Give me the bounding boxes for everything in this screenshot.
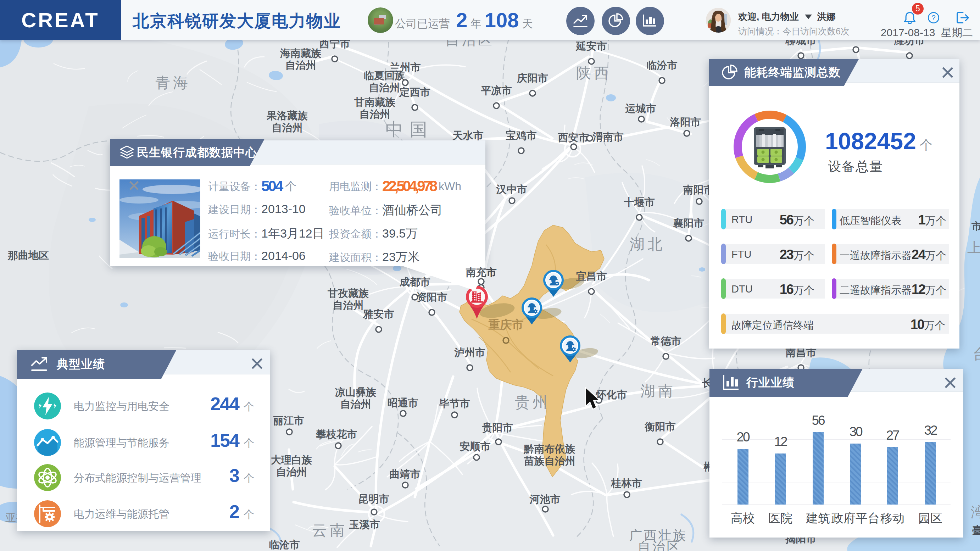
svg-text:自治州: 自治州 [272, 122, 303, 133]
svg-text:宝鸡市: 宝鸡市 [506, 130, 537, 141]
svg-text:自治州: 自治州 [333, 299, 364, 311]
svg-text:西安市: 西安市 [558, 132, 589, 143]
svg-text:?: ? [931, 13, 936, 22]
svg-text:湖南: 湖南 [640, 382, 676, 399]
svg-text:宜昌市: 宜昌市 [576, 271, 607, 282]
svg-text:临夏回族: 临夏回族 [364, 70, 405, 81]
svg-text:毕节市: 毕节市 [439, 398, 470, 409]
svg-text:上: 上 [967, 240, 980, 255]
svg-text:汉中市: 汉中市 [496, 184, 527, 195]
svg-text:襄阳市: 襄阳市 [673, 217, 704, 229]
svg-text:运城市: 运城市 [625, 103, 656, 114]
svg-text:湖北: 湖北 [630, 236, 665, 252]
svg-text:桂林市: 桂林市 [611, 478, 642, 489]
svg-text:自治州: 自治州 [276, 466, 307, 478]
svg-text:市: 市 [971, 221, 980, 232]
svg-text:昆明市: 昆明市 [358, 493, 389, 505]
svg-text:海南藏族: 海南藏族 [280, 48, 321, 59]
svg-text:洛阳市: 洛阳市 [670, 116, 701, 127]
svg-text:重庆市: 重庆市 [488, 318, 524, 331]
svg-text:泸州市: 泸州市 [454, 347, 485, 358]
svg-text:贵州: 贵州 [515, 394, 550, 411]
svg-text:自治州: 自治州 [340, 398, 371, 410]
svg-text:台: 台 [973, 346, 980, 361]
svg-text:那曲地区: 那曲地区 [8, 250, 49, 261]
svg-text:丽江市: 丽江市 [274, 415, 304, 426]
svg-text:临汾市: 临汾市 [647, 60, 678, 71]
svg-text:中国: 中国 [385, 119, 434, 139]
svg-text:自治区: 自治区 [638, 539, 681, 551]
svg-text:甘孜藏族: 甘孜藏族 [327, 288, 369, 299]
svg-text:湾: 湾 [971, 504, 980, 520]
svg-text:陕西: 陕西 [576, 65, 612, 81]
svg-text:攀枝花市: 攀枝花市 [315, 429, 357, 440]
svg-text:衡阳市: 衡阳市 [644, 421, 676, 432]
svg-text:自治州: 自治州 [369, 82, 400, 93]
svg-text:昭通市: 昭通市 [388, 397, 418, 408]
svg-text:大理白族: 大理白族 [271, 454, 312, 465]
svg-text:苗族自治州: 苗族自治州 [524, 455, 576, 467]
svg-text:渭南市: 渭南市 [592, 131, 624, 143]
svg-text:延安市: 延安市 [576, 40, 607, 52]
svg-text:玉溪市: 玉溪市 [349, 519, 380, 530]
svg-text:临沧市: 临沧市 [269, 539, 300, 550]
svg-text:自治州: 自治州 [285, 60, 316, 71]
svg-text:贵阳市: 贵阳市 [482, 422, 513, 433]
svg-text:常德市: 常德市 [651, 335, 681, 347]
svg-text:甘南藏族: 甘南藏族 [354, 96, 395, 108]
svg-text:平凉市: 平凉市 [481, 85, 512, 96]
svg-text:黔南布依族: 黔南布依族 [524, 443, 576, 455]
svg-text:河池市: 河池市 [529, 494, 560, 505]
svg-text:天水市: 天水市 [452, 130, 484, 141]
svg-text:凉山彝族: 凉山彝族 [335, 387, 376, 398]
svg-text:南充市: 南充市 [466, 267, 497, 278]
svg-text:庆阳市: 庆阳市 [517, 72, 548, 84]
svg-text:云南: 云南 [312, 522, 347, 538]
svg-text:果洛藏族: 果洛藏族 [266, 110, 308, 121]
svg-text:安顺市: 安顺市 [460, 441, 491, 452]
svg-text:青海: 青海 [155, 75, 191, 91]
svg-text:曲靖市: 曲靖市 [390, 468, 420, 480]
svg-text:臺灣: 臺灣 [972, 524, 980, 536]
svg-text:雅安市: 雅安市 [363, 309, 394, 320]
svg-text:十堰市: 十堰市 [624, 196, 655, 208]
svg-text:定西市: 定西市 [399, 86, 430, 98]
svg-text:自治州: 自治州 [360, 108, 390, 120]
